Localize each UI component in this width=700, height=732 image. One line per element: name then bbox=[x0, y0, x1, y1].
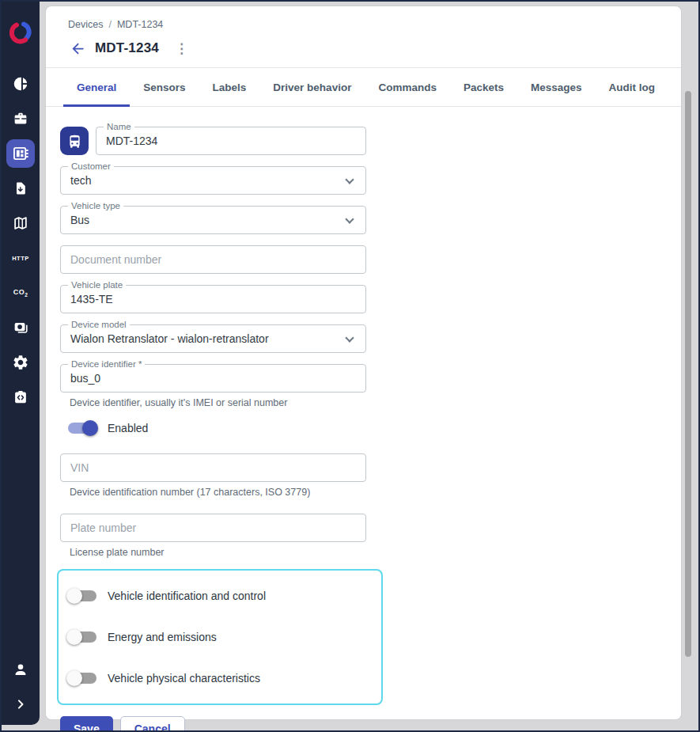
document-number-field bbox=[60, 245, 366, 274]
sidebar-item-http[interactable]: HTTP bbox=[2, 241, 40, 275]
more-options-button[interactable]: ⋮ bbox=[170, 42, 193, 55]
device-identifier-label: Device identifier * bbox=[68, 359, 145, 370]
vin-helper: Device identification number (17 charact… bbox=[70, 487, 426, 498]
main-panel: Devices / MDT-1234 MDT-1234 ⋮ General Se… bbox=[45, 6, 682, 720]
sidebar-item-map[interactable] bbox=[2, 206, 40, 241]
form-actions: Save Cancel bbox=[60, 716, 426, 730]
sidebar-item-media[interactable] bbox=[2, 310, 40, 345]
scrollbar-track[interactable] bbox=[685, 6, 691, 726]
vehicle-plate-field: Vehicle plate bbox=[60, 285, 366, 313]
energy-emissions-label: Energy and emissions bbox=[108, 631, 217, 643]
pie-chart-icon bbox=[12, 75, 29, 93]
sidebar-active-highlight bbox=[6, 139, 35, 168]
chevron-right-icon bbox=[13, 696, 28, 712]
sidebar-item-settings[interactable] bbox=[2, 345, 40, 380]
device-module-icon bbox=[12, 145, 29, 162]
http-text-icon: HTTP bbox=[12, 255, 29, 262]
sidebar-item-co2[interactable]: CO2 bbox=[2, 275, 40, 310]
customer-label: Customer bbox=[68, 161, 114, 172]
document-number-input[interactable] bbox=[61, 246, 365, 273]
back-button[interactable] bbox=[66, 37, 89, 59]
vehicle-identification-toggle-row[interactable]: Vehicle identification and control bbox=[68, 588, 381, 604]
plate-number-helper: License plate number bbox=[70, 547, 426, 558]
breadcrumb-separator: / bbox=[108, 19, 111, 30]
breadcrumb: Devices / MDT-1234 bbox=[46, 6, 681, 30]
tab-commands[interactable]: Commands bbox=[365, 68, 450, 106]
gear-icon bbox=[12, 354, 29, 371]
scrollbar-thumb[interactable] bbox=[685, 91, 691, 657]
sidebar-bottom bbox=[2, 652, 40, 722]
sidebar-item-api-clipboard[interactable] bbox=[2, 380, 40, 415]
sidebar-expand-button[interactable] bbox=[2, 687, 40, 722]
vehicle-identification-toggle[interactable] bbox=[68, 588, 96, 604]
toggle-knob bbox=[66, 588, 82, 604]
customer-field[interactable]: Customer tech bbox=[60, 166, 366, 195]
plate-number-field bbox=[60, 514, 366, 542]
vin-input[interactable] bbox=[61, 454, 365, 481]
vehicle-physical-label: Vehicle physical characteristics bbox=[108, 672, 260, 685]
tab-messages[interactable]: Messages bbox=[517, 68, 596, 106]
enabled-toggle[interactable] bbox=[68, 420, 96, 436]
clipboard-code-icon bbox=[12, 389, 29, 406]
vehicle-type-label: Vehicle type bbox=[68, 201, 123, 211]
cancel-button[interactable]: Cancel bbox=[120, 716, 185, 730]
tab-labels[interactable]: Labels bbox=[199, 68, 260, 106]
breadcrumb-current: MDT-1234 bbox=[117, 19, 163, 30]
bus-icon bbox=[66, 133, 83, 150]
vehicle-type-field[interactable]: Vehicle type Bus bbox=[60, 206, 366, 234]
enabled-toggle-row[interactable]: Enabled bbox=[68, 420, 426, 436]
sidebar-item-sim-cards[interactable] bbox=[2, 171, 40, 206]
enabled-toggle-label: Enabled bbox=[108, 422, 148, 434]
device-form: Name Customer tech Vehicle type Bus bbox=[46, 107, 426, 730]
energy-emissions-toggle[interactable] bbox=[68, 629, 96, 645]
user-icon bbox=[12, 661, 29, 678]
device-identifier-field: Device identifier * bbox=[60, 364, 366, 393]
co2-text-icon: CO2 bbox=[13, 288, 28, 298]
tab-audit-log[interactable]: Audit log bbox=[596, 68, 668, 106]
tab-driver-behavior[interactable]: Driver behavior bbox=[259, 68, 365, 106]
map-icon bbox=[12, 214, 29, 232]
toggle-knob bbox=[66, 670, 82, 686]
sidebar-nav: HTTP CO2 bbox=[2, 66, 40, 415]
save-button[interactable]: Save bbox=[60, 716, 113, 730]
vehicle-identification-label: Vehicle identification and control bbox=[108, 590, 266, 602]
device-type-avatar[interactable] bbox=[60, 127, 89, 155]
toggle-knob bbox=[66, 629, 82, 645]
device-identifier-helper: Device identifier, usually it's IMEI or … bbox=[70, 397, 426, 408]
sidebar-item-account[interactable] bbox=[2, 652, 40, 687]
device-model-field[interactable]: Device model Wialon Retranslator - wialo… bbox=[60, 324, 366, 353]
vehicle-physical-toggle[interactable] bbox=[68, 670, 96, 686]
breadcrumb-devices[interactable]: Devices bbox=[68, 19, 103, 30]
app-window: HTTP CO2 bbox=[2, 2, 698, 730]
vehicle-plate-label: Vehicle plate bbox=[68, 280, 126, 290]
sim-card-icon bbox=[13, 180, 28, 197]
energy-emissions-toggle-row[interactable]: Energy and emissions bbox=[68, 629, 381, 645]
vehicle-physical-toggle-row[interactable]: Vehicle physical characteristics bbox=[68, 670, 381, 686]
sidebar-item-toolbox[interactable] bbox=[2, 101, 40, 136]
tab-sensors[interactable]: Sensors bbox=[130, 68, 199, 106]
sidebar: HTTP CO2 bbox=[2, 2, 40, 725]
sidebar-item-devices[interactable] bbox=[2, 136, 40, 171]
toggle-knob bbox=[82, 420, 98, 436]
title-row: MDT-1234 ⋮ bbox=[66, 36, 681, 60]
tab-bar: General Sensors Labels Driver behavior C… bbox=[46, 68, 681, 107]
name-input[interactable] bbox=[96, 127, 365, 154]
logo-icon bbox=[7, 19, 34, 46]
plate-number-input[interactable] bbox=[61, 514, 365, 541]
sidebar-item-dashboard[interactable] bbox=[2, 66, 40, 101]
device-model-label: Device model bbox=[68, 320, 130, 330]
app-logo[interactable] bbox=[6, 17, 36, 47]
page-title: MDT-1234 bbox=[95, 40, 159, 56]
vin-field bbox=[60, 453, 366, 482]
tab-packets[interactable]: Packets bbox=[450, 68, 517, 106]
name-label: Name bbox=[104, 122, 134, 132]
briefcase-icon bbox=[12, 110, 29, 127]
name-field: Name bbox=[96, 127, 366, 155]
media-gallery-icon bbox=[12, 319, 29, 336]
name-row: Name bbox=[60, 127, 426, 166]
tab-general[interactable]: General bbox=[63, 68, 130, 106]
arrow-left-icon bbox=[70, 40, 86, 57]
vehicle-features-box: Vehicle identification and control Energ… bbox=[57, 569, 383, 705]
